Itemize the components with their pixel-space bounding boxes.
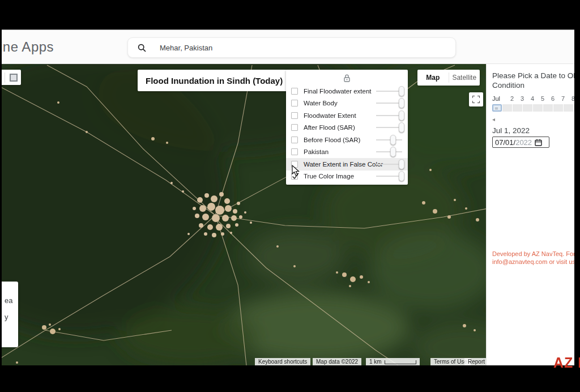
geometry-tools (2, 70, 21, 85)
fullscreen-corners-icon (472, 96, 480, 103)
letterbox-right (574, 0, 580, 392)
layer-row[interactable]: True Color Image (286, 171, 408, 183)
date-tick-label: 7 (558, 95, 568, 102)
scale-bar (385, 360, 416, 364)
mouse-cursor (292, 165, 300, 177)
search-box[interactable]: Mehar, Pakistan (127, 37, 456, 58)
letterbox-left (0, 0, 2, 392)
opacity-slider[interactable] (376, 91, 402, 92)
opacity-slider-handle[interactable] (399, 159, 404, 169)
opacity-slider-handle[interactable] (399, 86, 404, 96)
opacity-slider-handle[interactable] (390, 135, 396, 145)
legend-fragment-line: ea (5, 296, 18, 305)
app-window: ine Apps Mehar, Pakistan (2, 29, 574, 365)
attribution-item: Map data ©2022 (313, 358, 361, 365)
layer-label: Water Extent in False Color (304, 161, 383, 168)
checkbox-icon[interactable] (291, 148, 298, 155)
search-icon (138, 44, 146, 52)
checkbox-icon[interactable] (291, 100, 298, 106)
date-input-year[interactable]: 2022 (515, 138, 532, 147)
attribution-item: 1 km (366, 358, 420, 365)
sidebar-title: Please Pick a Date to Observe Flood Cond… (492, 71, 580, 90)
opacity-slider-handle[interactable] (399, 110, 404, 121)
layer-row[interactable]: Pakistan (286, 146, 408, 159)
opacity-slider-handle[interactable] (390, 147, 396, 157)
date-slider-ticks: Jul23456789 (492, 95, 580, 102)
content-area: Flood Inundation in Sindh (Today) Final … (2, 64, 574, 365)
opacity-slider[interactable] (376, 164, 402, 165)
date-slider-handle[interactable] (492, 104, 502, 112)
layer-row[interactable]: Before Flood (SAR) (286, 134, 408, 146)
date-slider-cell[interactable] (523, 104, 532, 112)
opacity-slider-handle[interactable] (399, 171, 404, 181)
letterbox-bottom (0, 365, 580, 392)
selected-date-label: Jul 1, 2022 (492, 126, 530, 135)
app-header: ine Apps Mehar, Pakistan (2, 29, 574, 64)
layers-lock-row (286, 71, 408, 85)
opacity-slider[interactable] (376, 115, 402, 116)
fullscreen-button[interactable] (469, 92, 483, 106)
tools-divider (5, 73, 5, 83)
opacity-slider-handle[interactable] (399, 122, 404, 133)
layer-label: Before Flood (SAR) (304, 137, 360, 143)
app-logo: ine Apps (0, 39, 54, 55)
date-tick-label: 2 (507, 95, 517, 102)
opacity-slider[interactable] (376, 176, 402, 177)
layer-row[interactable]: Water Extent in False Color (286, 158, 408, 171)
layer-label: True Color Image (304, 173, 354, 180)
checkbox-icon[interactable] (291, 124, 298, 131)
date-tick-label: 4 (527, 95, 538, 102)
date-tick-label: 3 (517, 95, 527, 102)
map-canvas[interactable]: Flood Inundation in Sindh (Today) Final … (2, 64, 486, 365)
layers-panel: Final Floodwater extentWater BodyFloodwa… (286, 70, 408, 185)
layer-label: Water Body (304, 100, 338, 106)
layer-label: Floodwater Extent (304, 112, 356, 119)
date-tick-label: Jul (492, 95, 507, 102)
map-type-satellite-button[interactable]: Satellite (449, 74, 480, 82)
checkbox-icon[interactable] (291, 137, 298, 143)
slider-back-button[interactable]: ◂ (492, 116, 495, 122)
opacity-slider[interactable] (376, 103, 402, 104)
map-title: Flood Inundation in Sindh (Today) (146, 76, 283, 86)
opacity-slider[interactable] (376, 151, 402, 152)
checkbox-icon[interactable] (291, 88, 298, 95)
map-type-map-button[interactable]: Map (417, 74, 449, 82)
opacity-slider-handle[interactable] (399, 98, 404, 108)
attribution-item[interactable]: Keyboard shortcuts (255, 358, 310, 365)
date-slider-cell[interactable] (564, 104, 573, 112)
legend-fragment-line: y (5, 313, 18, 321)
opacity-slider[interactable] (376, 127, 402, 128)
search-input[interactable]: Mehar, Pakistan (160, 44, 212, 52)
calendar-icon[interactable] (535, 139, 542, 146)
date-slider-cell[interactable] (502, 104, 512, 112)
date-tick-label: 6 (548, 95, 558, 102)
letterbox-top (0, 0, 580, 29)
layer-row[interactable]: After Flood (SAR) (286, 122, 408, 134)
map-attribution: Keyboard shortcutsMap data ©20221 kmTerm… (2, 358, 486, 365)
date-tick-label: 5 (538, 95, 548, 102)
layer-label: Final Floodwater extent (304, 88, 372, 95)
map-title-card: Flood Inundation in Sindh (Today) (138, 70, 291, 91)
map-type-control: Map Satellite (417, 70, 480, 86)
checkbox-icon[interactable] (291, 112, 298, 119)
date-input[interactable]: 07/01/ 2022 (492, 137, 549, 148)
opacity-slider[interactable] (376, 139, 402, 140)
attribution-item[interactable]: Report a map error (464, 358, 486, 365)
video-frame: ine Apps Mehar, Pakistan (0, 0, 580, 392)
video-watermark: AZ N (553, 355, 580, 371)
date-input-monthday[interactable]: 07/01/ (495, 138, 515, 147)
date-slider-track[interactable] (492, 104, 580, 112)
developer-credit: Developed by AZ NavTeq. For details info… (492, 250, 580, 266)
padlock-icon[interactable] (343, 74, 351, 83)
date-slider-cell[interactable] (513, 104, 522, 112)
layer-row[interactable]: Water Body (286, 97, 408, 110)
date-slider-cell[interactable] (533, 104, 543, 112)
layer-row[interactable]: Floodwater Extent (286, 109, 408, 122)
right-sidebar: Please Pick a Date to Observe Flood Cond… (486, 64, 580, 365)
date-slider-cell[interactable] (553, 104, 563, 112)
rectangle-icon[interactable] (10, 74, 18, 82)
date-slider-cell[interactable] (543, 104, 553, 112)
layer-row[interactable]: Final Floodwater extent (286, 85, 408, 97)
layer-label: Pakistan (304, 148, 329, 155)
legend-fragment-panel: ea y (2, 282, 18, 347)
